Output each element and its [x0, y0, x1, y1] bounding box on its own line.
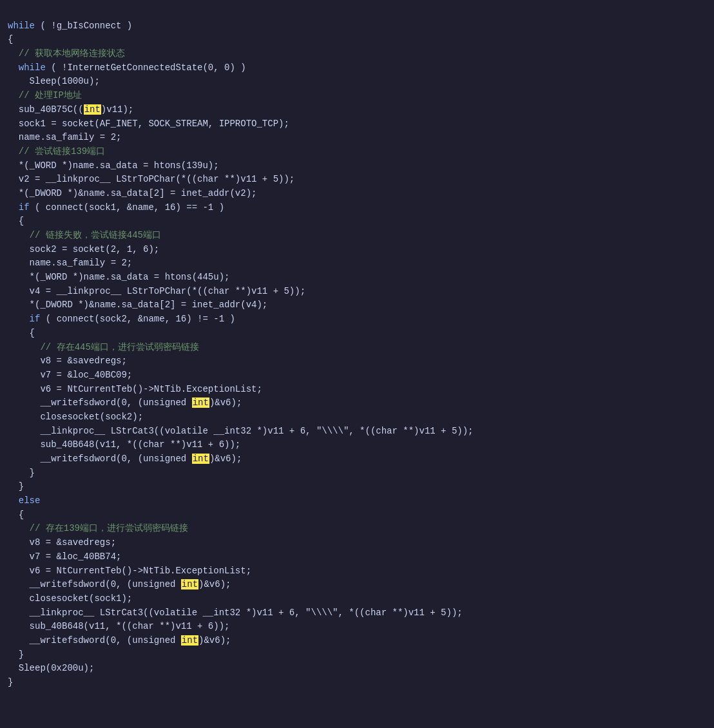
line-15: {: [8, 216, 24, 226]
line-19: *(_WORD *)name.sa_data = htons(445u);: [8, 272, 229, 282]
line-4: while ( !InternetGetConnectedState(0, 0)…: [8, 62, 246, 73]
line-32: __writefsdword(0, (unsigned int)&v6);: [8, 454, 242, 464]
line-27: v6 = NtCurrentTeb()->NtTib.ExceptionList…: [8, 384, 262, 394]
line-26: v7 = &loc_40BC09;: [8, 370, 132, 380]
line-3: // 获取本地网络连接状态: [8, 48, 125, 59]
line-28: __writefsdword(0, (unsigned int)&v6);: [8, 398, 242, 408]
line-36: {: [8, 510, 24, 520]
line-14: if ( connect(sock1, &name, 16) == -1 ): [8, 202, 224, 213]
line-8: sock1 = socket(AF_INET, SOCK_STREAM, IPP…: [8, 119, 289, 129]
line-39: v7 = &loc_40BB74;: [8, 551, 121, 562]
line-33: }: [8, 468, 35, 478]
line-47: Sleep(0x200u);: [8, 663, 94, 673]
line-18: name.sa_family = 2;: [8, 258, 132, 268]
line-22: if ( connect(sock2, &name, 16) != -1 ): [8, 314, 235, 324]
line-9: name.sa_family = 2;: [8, 132, 121, 142]
line-41: __writefsdword(0, (unsigned int)&v6);: [8, 579, 231, 589]
line-21: *(_DWORD *)&name.sa_data[2] = inet_addr(…: [8, 300, 267, 310]
line-30: __linkproc__ LStrCat3((volatile __int32 …: [8, 426, 474, 436]
line-11: *(_WORD *)name.sa_data = htons(139u);: [8, 160, 219, 171]
line-24: // 存在445端口，进行尝试弱密码链接: [8, 342, 199, 352]
line-6: // 处理IP地址: [8, 90, 82, 101]
line-1: while ( !g_bIsConnect ): [8, 21, 132, 31]
line-31: sub_40B648(v11, *((char **)v11 + 6));: [8, 439, 240, 450]
line-38: v8 = &savedregs;: [8, 537, 116, 548]
line-25: v8 = &savedregs;: [8, 356, 127, 366]
line-34: }: [8, 481, 24, 492]
line-40: v6 = NtCurrentTeb()->NtTib.ExceptionList…: [8, 566, 251, 576]
line-45: __writefsdword(0, (unsigned int)&v6);: [8, 635, 231, 646]
line-35: else: [8, 495, 40, 506]
line-46: }: [8, 649, 24, 660]
line-5: Sleep(1000u);: [8, 76, 100, 86]
line-16: // 链接失败，尝试链接445端口: [8, 230, 161, 240]
line-7: sub_40B75C((int)v11);: [8, 104, 133, 115]
line-2: {: [8, 34, 13, 44]
line-12: v2 = __linkproc__ LStrToPChar(*((char **…: [8, 174, 294, 184]
line-20: v4 = __linkproc__ LStrToPChar(*((char **…: [8, 286, 305, 296]
line-37: // 存在139端口，进行尝试弱密码链接: [8, 523, 188, 533]
line-10: // 尝试链接139端口: [8, 146, 105, 157]
line-43: __linkproc__ LStrCat3((volatile __int32 …: [8, 608, 463, 618]
code-display: while ( !g_bIsConnect ) { // 获取本地网络连接状态 …: [8, 5, 706, 690]
line-48: }: [8, 677, 13, 687]
line-42: closesocket(sock1);: [8, 593, 132, 604]
line-13: *(_DWORD *)&name.sa_data[2] = inet_addr(…: [8, 188, 256, 198]
line-23: {: [8, 328, 35, 338]
line-44: sub_40B648(v11, *((char **)v11 + 6));: [8, 621, 229, 631]
line-17: sock2 = socket(2, 1, 6);: [8, 244, 159, 254]
line-29: closesocket(sock2);: [8, 412, 143, 422]
